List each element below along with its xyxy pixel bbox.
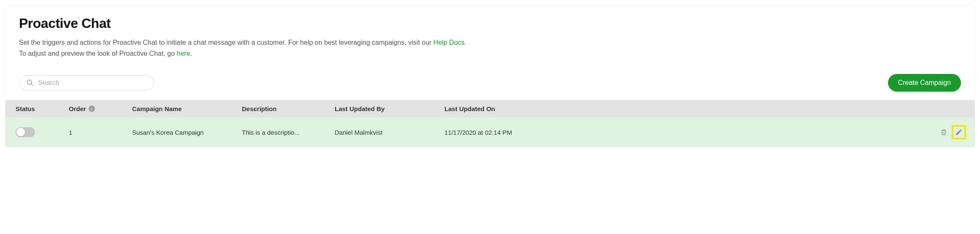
table-row[interactable]: 1 Susan's Korea Campaign This is a descr…: [5, 117, 975, 147]
pencil-icon[interactable]: [955, 128, 963, 136]
table-header-row: Status Order i Campaign Name Description…: [5, 100, 975, 117]
col-header-updated-on: Last Updated On: [444, 105, 571, 112]
create-campaign-button[interactable]: Create Campaign: [888, 74, 961, 92]
cell-order: 1: [69, 129, 132, 136]
here-link[interactable]: here: [177, 50, 190, 57]
col-header-name: Campaign Name: [132, 105, 242, 112]
subtitle-text-3: To adjust and preview the look of Proact…: [19, 50, 177, 57]
subtitle-text-1: Set the triggers and actions for Proacti…: [19, 39, 433, 46]
cell-status: [14, 127, 69, 137]
trash-icon[interactable]: [940, 128, 948, 136]
info-icon[interactable]: i: [89, 106, 95, 112]
help-docs-link[interactable]: Help Docs: [433, 39, 465, 46]
toolbar: Create Campaign: [5, 65, 975, 100]
search-icon: [26, 79, 34, 87]
cell-description: This is a descriptio...: [242, 129, 335, 136]
search-input[interactable]: [38, 79, 147, 87]
page-subtitle: Set the triggers and actions for Proacti…: [19, 37, 961, 59]
page-container: Proactive Chat Set the triggers and acti…: [5, 5, 975, 147]
cell-updated-by: Daniel Malmkvist: [335, 129, 444, 136]
header-section: Proactive Chat Set the triggers and acti…: [5, 5, 975, 65]
search-container[interactable]: [19, 75, 154, 90]
cell-name: Susan's Korea Campaign: [132, 129, 242, 136]
subtitle-text-4: .: [190, 50, 192, 57]
edit-highlight: [952, 125, 966, 139]
cell-actions: [571, 125, 966, 139]
subtitle-text-2: .: [465, 39, 466, 46]
col-header-updated-by: Last Updated By: [335, 105, 444, 112]
col-header-order-label: Order: [69, 105, 86, 112]
col-header-status: Status: [14, 105, 69, 112]
cell-updated-on: 11/17/2020 at 02:14 PM: [444, 129, 571, 136]
status-toggle[interactable]: [16, 127, 35, 137]
page-title: Proactive Chat: [19, 16, 961, 31]
col-header-order: Order i: [69, 105, 132, 112]
svg-line-1: [31, 84, 32, 85]
col-header-description: Description: [242, 105, 335, 112]
